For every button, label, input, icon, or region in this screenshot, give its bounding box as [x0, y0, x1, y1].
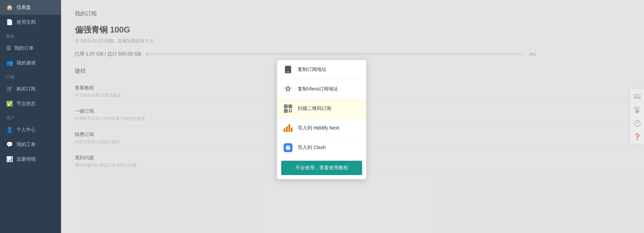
sidebar-label-orders: 我的订单: [14, 45, 34, 51]
clash-icon: [283, 143, 293, 152]
svg-rect-9: [291, 111, 292, 112]
svg-rect-8: [289, 111, 290, 112]
traffic-icon: 📊: [6, 156, 13, 162]
sidebar-item-traffic[interactable]: 📊 流量明细: [0, 152, 61, 167]
sidebar-label-invites: 我的邀请: [16, 60, 36, 66]
nodes-icon: ✅: [6, 100, 13, 107]
main-content: 我的订阅 偏强青铜 100G 于 2025-02-23 到期，距离到期还有 9 …: [61, 0, 644, 233]
profile-icon: 👤: [6, 126, 13, 133]
sidebar-item-nodes[interactable]: ✅ 节点状态: [0, 96, 61, 111]
sidebar-item-buy[interactable]: 🛒 购买订阅: [0, 82, 61, 96]
hiddify-bars-icon: [283, 123, 293, 133]
qr-icon: [283, 104, 293, 113]
dropdown-import-hiddify[interactable]: 导入到 Hiddify Next: [277, 119, 366, 138]
sidebar-label-buy: 购买订阅: [16, 86, 36, 92]
section-user: 用户: [0, 111, 61, 122]
phone-icon: [283, 65, 293, 74]
tools-icon: 💬: [6, 141, 13, 148]
dropdown-popup: 复制订阅地址 复制Vless订阅地址: [277, 60, 366, 179]
sidebar-label-dashboard: 仪表盘: [16, 4, 31, 11]
svg-rect-6: [289, 109, 290, 110]
dropdown-copy-subscribe[interactable]: 复制订阅地址: [277, 60, 366, 79]
sidebar-label-profile: 个人中心: [16, 127, 36, 133]
dropdown-copy-subscribe-label: 复制订阅地址: [298, 66, 326, 73]
sidebar-label-traffic: 流量明细: [16, 156, 36, 162]
dropdown-scan-qr-label: 扫描二维码订阅: [298, 106, 331, 112]
invites-icon: 👥: [6, 60, 13, 66]
svg-rect-3: [289, 106, 291, 107]
dropdown-scan-qr[interactable]: 扫描二维码订阅: [277, 99, 366, 119]
sidebar-item-docs[interactable]: 📄 使用文档: [0, 15, 61, 29]
dropdown-import-hiddify-label: 导入到 Hiddify Next: [298, 125, 339, 131]
section-finance: 财务: [0, 29, 61, 41]
sidebar: 🏠 仪表盘 📄 使用文档 财务 ☰ 我的订单 👥 我的邀请 订阅 🛒 购买订阅 …: [0, 0, 61, 233]
sidebar-label-nodes: 节点状态: [16, 101, 36, 107]
docs-icon: 📄: [6, 19, 13, 25]
orders-icon: ☰: [6, 45, 11, 51]
sidebar-label-docs: 使用文档: [16, 19, 36, 25]
dropdown-copy-vless-label: 复制Vless订阅地址: [298, 86, 338, 92]
section-subscribe: 订阅: [0, 70, 61, 82]
sidebar-label-tools: 我的工单: [16, 142, 36, 148]
cta-tutorial-button[interactable]: 不会使用，查看使用教程: [281, 161, 362, 175]
sidebar-item-invites[interactable]: 👥 我的邀请: [0, 56, 61, 70]
dropdown-import-clash-label: 导入到 Clash: [298, 145, 326, 151]
dropdown-copy-vless[interactable]: 复制Vless订阅地址: [277, 79, 366, 99]
sidebar-item-orders[interactable]: ☰ 我的订单: [0, 41, 61, 56]
svg-rect-1: [285, 106, 286, 107]
svg-rect-5: [285, 110, 286, 111]
dropdown-import-clash[interactable]: 导入到 Clash: [277, 138, 366, 157]
sidebar-item-tools[interactable]: 💬 我的工单: [0, 137, 61, 152]
home-icon: 🏠: [6, 4, 13, 11]
sidebar-item-dashboard[interactable]: 🏠 仪表盘: [0, 0, 61, 15]
buy-icon: 🛒: [6, 86, 13, 92]
svg-rect-7: [291, 109, 292, 110]
vless-star-icon: [283, 84, 293, 94]
sidebar-item-profile[interactable]: 👤 个人中心: [0, 122, 61, 137]
